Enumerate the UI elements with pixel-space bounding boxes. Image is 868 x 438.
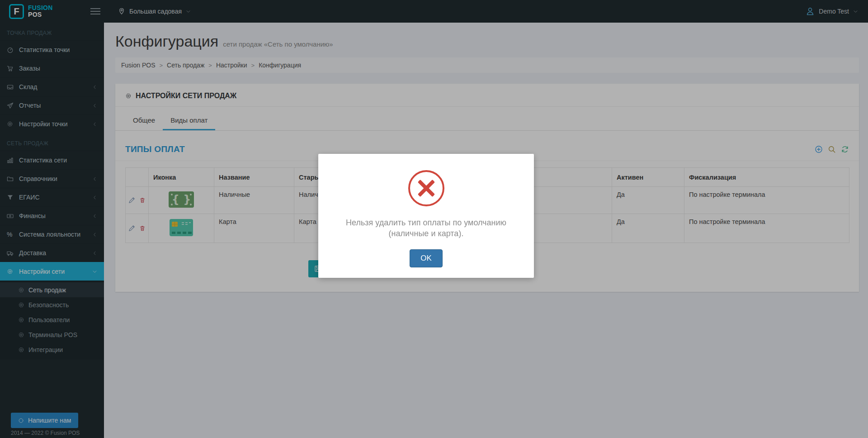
ok-button[interactable]: OK bbox=[410, 249, 443, 267]
error-dialog: Нельзя удалить тип оплаты по умолчанию (… bbox=[318, 154, 534, 278]
error-message: Нельзя удалить тип оплаты по умолчанию (… bbox=[330, 217, 522, 239]
error-cross-icon bbox=[408, 170, 444, 206]
